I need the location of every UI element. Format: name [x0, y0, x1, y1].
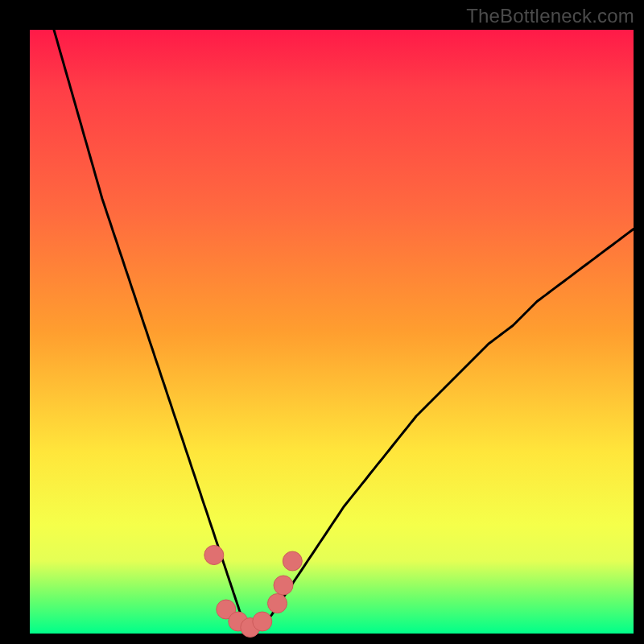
data-marker — [268, 594, 287, 613]
bottleneck-curve-chart — [0, 0, 644, 644]
data-marker — [283, 551, 302, 571]
chart-frame: TheBottleneck.com — [0, 0, 644, 644]
data-marker — [274, 576, 293, 595]
bottleneck-curve-path — [54, 30, 634, 634]
data-marker — [253, 612, 272, 631]
data-marker — [204, 546, 224, 565]
